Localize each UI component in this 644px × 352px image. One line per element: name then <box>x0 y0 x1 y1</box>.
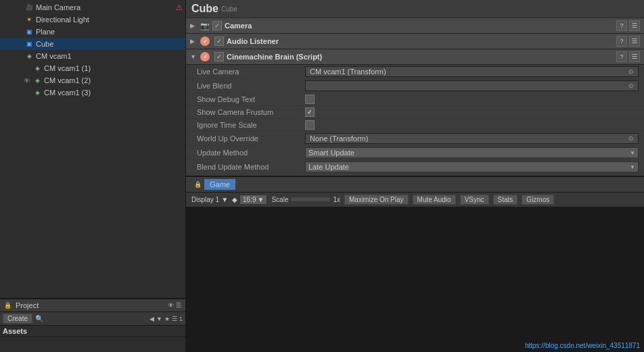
aspect-arrow: ▼ <box>258 196 264 203</box>
inspector-panel: Cube Cube ▶ 📷 ✓ Camera ? ☰ ▶ ✓ ✓ <box>186 0 644 352</box>
dropdown-arrow-icon2: ▼ <box>630 164 635 170</box>
icon-3[interactable]: ★ <box>164 316 170 322</box>
settings-icon[interactable]: ☰ <box>176 302 181 309</box>
display-separator: ▼ <box>221 196 228 203</box>
world-up-override-text: None (Transform) <box>310 134 368 143</box>
aspect-separator: ◆ <box>232 196 237 203</box>
hierarchy-label: Plane <box>36 28 55 36</box>
live-camera-row: Live Camera CM vcam1 (Transform) ⊙ <box>186 65 644 79</box>
toolbar-icons: ◀ ▼ ★ ☰ 1 <box>150 316 183 322</box>
aspect-item: ◆ 16:9 ▼ <box>232 195 267 205</box>
mute-audio-button[interactable]: Mute Audio <box>413 195 456 205</box>
hierarchy-label: CM vcam1 (2) <box>44 76 91 84</box>
game-tab-bar: 🔒 Game <box>186 177 644 193</box>
hierarchy-item-cm-vcam1[interactable]: ◈ CM vcam1 <box>0 50 185 62</box>
camera-menu-btn[interactable]: ☰ <box>629 20 640 31</box>
ignore-time-scale-checkbox[interactable] <box>305 120 315 130</box>
live-blend-value: ⊙ <box>305 80 639 91</box>
vsync-button[interactable]: VSync <box>460 195 489 205</box>
camera-section-header[interactable]: ▶ 📷 ✓ Camera ? ☰ <box>186 18 644 34</box>
eye-icon: 👁 <box>22 77 32 84</box>
hierarchy-label: Directional Light <box>36 16 89 24</box>
display-item: Display 1 ▼ <box>191 196 228 203</box>
game-panel: 🔒 Game Display 1 ▼ ◆ 16:9 ▼ Scale <box>186 176 644 353</box>
camera-section-icons: ? ☰ <box>616 20 640 31</box>
cube-icon: ▣ <box>24 39 34 49</box>
audio-listener-section-header[interactable]: ▶ ✓ ✓ Audio Listener ? ☰ <box>186 34 644 49</box>
icon-1[interactable]: ◀ <box>150 316 154 322</box>
ignore-time-scale-value <box>305 120 639 130</box>
stats-button[interactable]: Stats <box>493 195 518 205</box>
icon-2[interactable]: ▼ <box>156 316 162 322</box>
live-camera-value: CM vcam1 (Transform) ⊙ <box>305 66 639 77</box>
ignore-time-scale-row: Ignore Time Scale <box>186 119 644 132</box>
audio-menu-btn[interactable]: ☰ <box>629 36 640 47</box>
ignore-time-scale-label: Ignore Time Scale <box>197 121 305 129</box>
collapse-arrow: ▶ <box>190 38 198 45</box>
scale-slider[interactable] <box>290 197 331 202</box>
blend-update-method-dropdown[interactable]: Late Update ▼ <box>305 161 639 172</box>
project-toolbar: Create 🔍 ◀ ▼ ★ ☰ 1 <box>0 312 185 326</box>
camera-help-btn[interactable]: ? <box>616 20 627 31</box>
aspect-dropdown[interactable]: 16:9 ▼ <box>239 195 267 205</box>
hierarchy-item-main-camera[interactable]: 🎥 Main Camera ⚠ <box>0 1 185 14</box>
live-blend-label: Live Blend <box>197 82 305 90</box>
show-camera-frustum-label: Show Camera Frustum <box>197 108 305 116</box>
audio-listener-checkbox[interactable]: ✓ <box>214 36 224 46</box>
hierarchy-item-cm-vcam1-2[interactable]: 👁 ◈ CM vcam1 (2) <box>0 74 185 86</box>
audio-listener-icon: ✓ <box>200 36 212 47</box>
hierarchy-item-plane[interactable]: ▣ Plane <box>0 26 185 38</box>
collapse-arrow: ▶ <box>190 22 198 29</box>
search-icon: 🔍 <box>35 315 43 322</box>
orange-dot-icon: ✓ <box>200 36 210 46</box>
hierarchy-item-directional-light[interactable]: ☀ Directional Light <box>0 14 185 26</box>
update-method-text: Smart Update <box>308 149 354 157</box>
inspector-body: Cube Cube ▶ 📷 ✓ Camera ? ☰ ▶ ✓ ✓ <box>186 0 644 176</box>
update-method-dropdown[interactable]: Smart Update ▼ <box>305 147 639 158</box>
game-tab-label[interactable]: Game <box>204 179 235 190</box>
eye-toggle-icon[interactable]: 👁 <box>168 302 174 309</box>
cm-icon: ◈ <box>32 64 42 73</box>
camera-section-icon: 📷 <box>200 21 210 30</box>
target-icon: ⊙ <box>628 68 634 75</box>
blend-update-method-value: Late Update ▼ <box>305 161 639 172</box>
live-camera-label: Live Camera <box>197 68 305 76</box>
camera-enable-checkbox[interactable]: ✓ <box>212 21 222 30</box>
world-up-override-field[interactable]: None (Transform) ⊙ <box>305 133 639 144</box>
cm-help-btn[interactable]: ? <box>616 51 627 62</box>
live-camera-field[interactable]: CM vcam1 (Transform) ⊙ <box>305 66 639 77</box>
show-debug-text-checkbox[interactable] <box>305 95 315 104</box>
plane-icon: ▣ <box>24 27 34 36</box>
target-icon2: ⊙ <box>628 82 634 89</box>
cinemachine-brain-section-header[interactable]: ▼ ✓ ✓ Cinemachine Brain (Script) ? ☰ <box>186 49 644 65</box>
hierarchy-item-cm-vcam1-1[interactable]: ◈ CM vcam1 (1) <box>0 62 185 74</box>
scale-label: Scale <box>271 196 288 203</box>
cm-menu-btn[interactable]: ☰ <box>629 51 640 62</box>
hierarchy-item-cube[interactable]: ▣ Cube <box>0 38 185 50</box>
show-camera-frustum-value: ✓ <box>305 107 639 117</box>
blend-update-method-label: Blend Update Method <box>197 163 305 171</box>
create-button[interactable]: Create <box>3 313 32 324</box>
cinemachine-icons: ? ☰ <box>616 51 640 62</box>
camera-icon: 🎥 <box>24 3 34 12</box>
icon-4[interactable]: ☰ <box>172 316 177 322</box>
hierarchy-item-cm-vcam1-3[interactable]: ◈ CM vcam1 (3) <box>0 86 185 99</box>
game-content: https://blog.csdn.net/weixin_43511871 <box>186 207 644 353</box>
show-camera-frustum-checkbox[interactable]: ✓ <box>305 107 315 117</box>
gizmos-button[interactable]: Gizmos <box>522 195 554 205</box>
live-blend-field[interactable]: ⊙ <box>305 80 639 91</box>
show-debug-text-label: Show Debug Text <box>197 95 305 103</box>
orange-dot-icon2: ✓ <box>200 52 210 61</box>
light-icon: ☀ <box>24 15 34 24</box>
audio-listener-icons: ? ☰ <box>616 36 640 47</box>
icon-5[interactable]: 1 <box>179 316 183 322</box>
audio-help-btn[interactable]: ? <box>616 36 627 47</box>
blend-update-method-text: Late Update <box>308 163 349 171</box>
hierarchy-list: 🎥 Main Camera ⚠ ☀ Directional Light ▣ Pl… <box>0 0 185 298</box>
target-icon3: ⊙ <box>628 135 634 142</box>
hierarchy-label: CM vcam1 <box>36 52 72 60</box>
maximize-button[interactable]: Maximize On Play <box>344 195 409 205</box>
inspector-title-bar: Cube Cube <box>186 0 644 18</box>
cinemachine-checkbox[interactable]: ✓ <box>214 52 224 61</box>
cm-icon: ◈ <box>24 51 34 61</box>
